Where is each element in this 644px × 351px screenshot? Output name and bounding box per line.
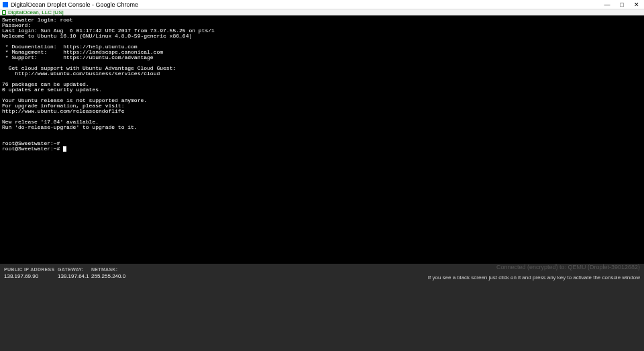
window-controls: — □ ✕ (600, 0, 644, 9)
lock-icon (2, 10, 6, 15)
terminal-cursor (63, 146, 66, 152)
minimize-button[interactable]: — (600, 0, 614, 9)
status-bar: Connected (encrypted) to: QEMU (Droplet-… (0, 264, 644, 287)
connection-status: Connected (encrypted) to: QEMU (Droplet-… (496, 264, 640, 270)
netmask-block: NETMASK: 255.255.240.0 (91, 267, 145, 279)
netmask-value: 255.255.240.0 (91, 273, 145, 279)
black-screen-hint: If you see a black screen just click on … (428, 274, 640, 281)
gateway-value: 138.197.64.1 (58, 273, 91, 279)
netmask-label: NETMASK: (91, 267, 145, 272)
maximize-button[interactable]: □ (614, 0, 629, 9)
close-button[interactable]: ✕ (629, 0, 644, 9)
gateway-block: GATEWAY: 138.197.64.1 (58, 267, 91, 279)
gateway-label: GATEWAY: (58, 267, 91, 272)
window-titlebar: DigitalOcean Droplet Console - Google Ch… (0, 0, 644, 9)
public-ip-label: PUBLIC IP ADDRESS (4, 267, 58, 272)
public-ip-block: PUBLIC IP ADDRESS 138.197.69.90 (4, 267, 58, 279)
chrome-favicon (3, 2, 8, 7)
site-identity: DigitalOcean, LLC [US] (8, 9, 64, 15)
bottom-padding (0, 287, 644, 351)
public-ip-value: 138.197.69.90 (4, 273, 58, 279)
window-title: DigitalOcean Droplet Console - Google Ch… (11, 1, 138, 8)
address-bar[interactable]: DigitalOcean, LLC [US] (0, 9, 644, 15)
terminal-output[interactable]: Sweetwater login: root Password: Last lo… (0, 15, 644, 264)
